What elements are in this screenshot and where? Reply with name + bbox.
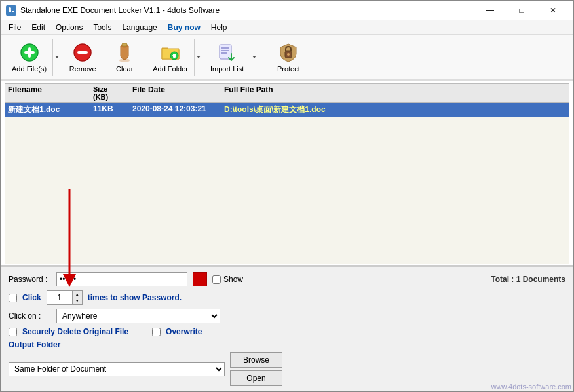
col-path-header: Full File Path — [224, 85, 566, 101]
browse-open-col: Browse Open — [230, 352, 282, 386]
import-list-icon — [217, 42, 238, 63]
times-suffix: times to show Password. — [88, 293, 182, 302]
row-date: 2020-08-24 12:03:21 — [132, 104, 224, 115]
bottom-panel: Password : Show Total : 1 Documents Clic… — [1, 265, 573, 391]
menu-language[interactable]: Language — [117, 22, 162, 33]
col-filename-header: Filename — [8, 85, 93, 101]
protect-icon — [278, 42, 299, 63]
menu-options[interactable]: Options — [50, 22, 88, 33]
menu-help[interactable]: Help — [206, 22, 233, 33]
browse-button[interactable]: Browse — [230, 352, 282, 368]
table-row[interactable]: 新建文档1.doc 11KB 2020-08-24 12:03:21 D:\to… — [5, 103, 569, 117]
total-docs: Total : 1 Documents — [491, 275, 565, 284]
svg-rect-3 — [12, 11, 14, 12]
clear-button[interactable]: Clear — [105, 39, 144, 76]
remove-label: Remove — [69, 65, 96, 73]
menu-bar: File Edit Options Tools Language Buy now… — [1, 20, 573, 35]
password-input[interactable] — [56, 272, 187, 286]
menu-buynow[interactable]: Buy now — [163, 22, 206, 33]
menu-edit[interactable]: Edit — [26, 22, 50, 33]
svg-marker-16 — [197, 56, 201, 58]
show-checkbox[interactable] — [212, 275, 221, 284]
svg-point-23 — [287, 53, 290, 56]
click-row: Click 1 ▴ ▾ times to show Password. — [9, 290, 565, 305]
overwrite-checkbox[interactable] — [152, 328, 161, 336]
click-label: Click — [22, 293, 41, 302]
click-on-select[interactable]: Anywhere Title Bar Status Bar Menu Bar — [56, 309, 220, 323]
overwrite-label: Overwrite — [166, 327, 202, 336]
securely-row: Securely Delete Original File Overwrite — [9, 327, 565, 336]
content-area: Filename Size(KB) File Date Full File Pa… — [1, 81, 573, 391]
add-files-icon — [19, 42, 40, 63]
add-files-label: Add File(s) — [12, 65, 47, 73]
output-folder-section: Output Folder Same Folder of Document Cu… — [9, 340, 565, 386]
title-bar: Standalone EXE Document Locker V1.1 - 4d… — [1, 1, 573, 20]
add-folder-label: Add Folder — [153, 65, 188, 73]
times-input[interactable]: 1 — [47, 290, 73, 305]
svg-rect-17 — [220, 45, 231, 59]
col-date-header: File Date — [132, 85, 224, 101]
add-folder-icon — [160, 42, 181, 63]
import-list-group: Import List — [204, 39, 258, 76]
times-wrapper: 1 ▴ ▾ — [47, 290, 83, 305]
col-size-header: Size(KB) — [93, 85, 132, 101]
close-button[interactable]: ✕ — [538, 1, 568, 20]
svg-rect-9 — [77, 51, 88, 54]
maximize-button[interactable]: □ — [507, 1, 537, 20]
spinner-down-button[interactable]: ▾ — [73, 298, 82, 304]
import-list-arrow[interactable] — [250, 39, 258, 76]
minimize-button[interactable]: — — [475, 1, 505, 20]
add-files-group: Add File(s) — [6, 39, 60, 76]
click-checkbox[interactable] — [9, 294, 17, 302]
output-folder-row: Same Folder of Document Custom Folder Br… — [9, 352, 565, 386]
file-list-header: Filename Size(KB) File Date Full File Pa… — [5, 84, 569, 103]
add-folder-button[interactable]: Add Folder — [147, 39, 194, 76]
file-list-body: 新建文档1.doc 11KB 2020-08-24 12:03:21 D:\to… — [5, 103, 569, 117]
show-checkbox-area: Show — [212, 275, 243, 284]
title-bar-left: Standalone EXE Document Locker V1.1 - 4d… — [6, 5, 220, 16]
output-folder-title: Output Folder — [9, 340, 60, 349]
import-list-label: Import List — [210, 65, 244, 73]
clear-icon — [114, 42, 135, 63]
svg-marker-7 — [55, 56, 59, 58]
output-folder-select[interactable]: Same Folder of Document Custom Folder — [9, 362, 225, 376]
row-path: D:\tools\桌面\新建文档1.doc — [224, 104, 566, 115]
svg-marker-21 — [252, 56, 256, 58]
menu-file[interactable]: File — [3, 22, 26, 33]
protect-label: Protect — [277, 65, 300, 73]
add-files-arrow[interactable] — [52, 39, 60, 76]
row-size: 11KB — [93, 104, 132, 115]
file-section: Filename Size(KB) File Date Full File Pa… — [5, 83, 569, 264]
securely-delete-label: Securely Delete Original File — [22, 327, 128, 336]
password-clear-button[interactable] — [193, 272, 207, 286]
toolbar: Add File(s) Remove — [1, 35, 573, 81]
import-list-button[interactable]: Import List — [204, 39, 250, 76]
add-folder-arrow[interactable] — [194, 39, 202, 76]
spinner-up-button[interactable]: ▴ — [73, 291, 82, 298]
add-folder-group: Add Folder — [147, 39, 202, 76]
app-icon — [6, 5, 16, 16]
click-on-row: Click on : Anywhere Title Bar Status Bar… — [9, 309, 565, 323]
securely-delete-checkbox[interactable] — [9, 328, 17, 336]
clear-label: Clear — [116, 65, 133, 73]
svg-rect-15 — [172, 55, 176, 56]
title-text: Standalone EXE Document Locker V1.1 - 4d… — [20, 6, 220, 15]
svg-rect-12 — [122, 43, 127, 46]
spinner-buttons: ▴ ▾ — [73, 290, 83, 305]
password-label: Password : — [9, 275, 51, 284]
remove-icon — [72, 42, 93, 63]
open-button[interactable]: Open — [230, 370, 282, 386]
row-filename: 新建文档1.doc — [8, 104, 93, 115]
password-row: Password : Show Total : 1 Documents — [9, 272, 565, 286]
title-bar-controls: — □ ✕ — [475, 1, 568, 20]
toolbar-separator — [263, 41, 263, 73]
svg-point-2 — [9, 7, 11, 10]
menu-tools[interactable]: Tools — [88, 22, 117, 33]
main-window: Standalone EXE Document Locker V1.1 - 4d… — [0, 0, 574, 392]
click-on-label: Click on : — [9, 311, 51, 321]
add-files-button[interactable]: Add File(s) — [6, 39, 52, 76]
svg-rect-6 — [24, 51, 35, 54]
show-label: Show — [223, 275, 243, 284]
remove-button[interactable]: Remove — [63, 39, 102, 76]
protect-button[interactable]: Protect — [269, 39, 308, 76]
